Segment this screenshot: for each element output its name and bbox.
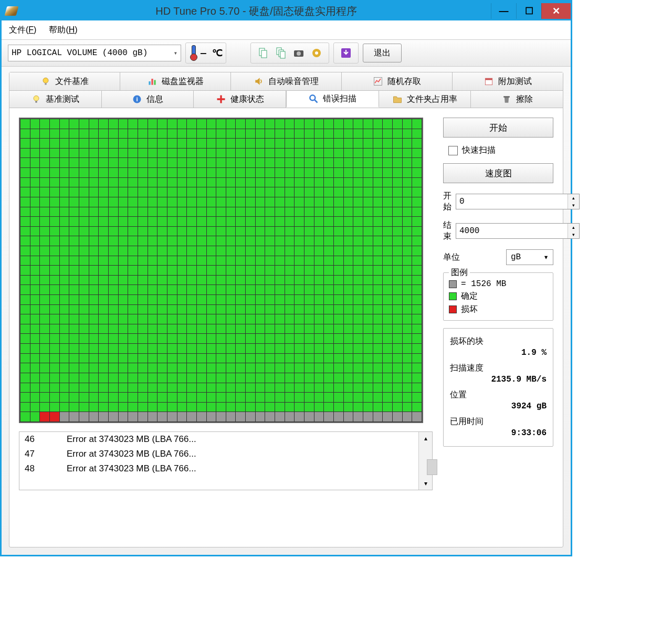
- bulb-icon: [40, 76, 51, 87]
- error-row[interactable]: 46Error at 3743023 MB (LBA 766...: [19, 432, 418, 447]
- folder-icon: [392, 94, 403, 104]
- bars-icon: [147, 76, 158, 87]
- start-range-field[interactable]: [456, 194, 568, 209]
- chevron-down-icon: ▾: [543, 252, 549, 262]
- tab-bulb[interactable]: 文件基准: [9, 72, 120, 90]
- speaker-icon: [254, 76, 264, 87]
- save-icon[interactable]: [337, 44, 355, 62]
- info-icon: i: [132, 94, 142, 104]
- legend-swatch-block: [449, 280, 457, 288]
- tab-search[interactable]: 错误扫描: [286, 90, 379, 108]
- tab-label: 健康状态: [230, 94, 264, 105]
- chart-icon: [373, 76, 383, 87]
- menu-help[interactable]: 帮助(H): [49, 25, 77, 36]
- unit-label: 单位: [443, 252, 466, 263]
- error-number: 48: [25, 463, 46, 474]
- chevron-down-icon: ▾: [174, 49, 177, 57]
- svg-point-6: [297, 51, 301, 56]
- scan-stats: 损坏的块 1.9 % 扫描速度 2135.9 MB/s 位置 3924 gB 已…: [443, 328, 553, 447]
- menu-file[interactable]: 文件(F): [9, 25, 36, 36]
- plus-icon: [216, 94, 226, 104]
- svg-rect-24: [503, 96, 510, 98]
- toolbar-actions: [250, 43, 329, 64]
- tab-label: 随机存取: [387, 76, 421, 87]
- client-area: 文件基准磁盘监视器自动噪音管理随机存取附加测试 基准测试i信息健康状态错误扫描文…: [2, 67, 571, 555]
- tab-label: 自动噪音管理: [268, 76, 319, 87]
- copy-all-icon[interactable]: [272, 44, 290, 62]
- svg-rect-13: [151, 79, 153, 85]
- error-number: 47: [25, 449, 46, 459]
- drive-select[interactable]: HP LOGICAL VOLUME (4000 gB) ▾: [8, 45, 181, 61]
- settings-icon[interactable]: [308, 44, 326, 62]
- unit-select[interactable]: gB ▾: [506, 249, 553, 265]
- end-range-input[interactable]: ▴▾: [456, 223, 580, 239]
- tab-label: 文件夹占用率: [407, 94, 457, 105]
- titlebar: HD Tune Pro 5.70 - 硬盘/固态硬盘实用程序 — ☐ ✕: [2, 2, 571, 20]
- calendar-icon: [484, 76, 494, 87]
- tab-calendar[interactable]: 附加测试: [453, 72, 563, 90]
- window-title: HD Tune Pro 5.70 - 硬盘/固态硬盘实用程序: [22, 4, 491, 18]
- svg-rect-1: [261, 50, 267, 58]
- tab-speaker[interactable]: 自动噪音管理: [231, 72, 342, 90]
- tab-bars[interactable]: 磁盘监视器: [120, 72, 231, 90]
- scan-speed-value: 2135.9 MB/s: [450, 374, 547, 387]
- error-row[interactable]: 47Error at 3743023 MB (LBA 766...: [19, 447, 418, 461]
- error-row[interactable]: 48Error at 3743023 MB (LBA 766...: [19, 461, 418, 476]
- tab-info[interactable]: i信息: [102, 90, 194, 108]
- position-label: 位置: [450, 389, 547, 400]
- tab-folder[interactable]: 文件夹占用率: [379, 90, 471, 108]
- tab-label: 信息: [146, 94, 163, 105]
- exit-button[interactable]: 退出: [363, 44, 402, 62]
- legend-box: 图例 = 1526 MB 确定 损坏: [443, 272, 553, 321]
- tab-plus[interactable]: 健康状态: [194, 90, 286, 108]
- elapsed-label: 已用时间: [450, 416, 547, 427]
- damaged-blocks-value: 1.9 %: [450, 347, 547, 361]
- error-number: 46: [25, 434, 46, 445]
- close-button[interactable]: ✕: [541, 3, 571, 19]
- svg-point-10: [43, 78, 48, 83]
- svg-rect-14: [154, 80, 155, 85]
- legend-block-size: = 1526 MB: [461, 279, 506, 289]
- unit-value: gB: [511, 252, 521, 262]
- error-message: Error at 3743023 MB (LBA 766...: [67, 463, 196, 474]
- app-window: HD Tune Pro 5.70 - 硬盘/固态硬盘实用程序 — ☐ ✕ 文件(…: [0, 0, 572, 556]
- screenshot-icon[interactable]: [290, 44, 308, 62]
- drive-label: HP LOGICAL VOLUME (4000 gB): [12, 48, 148, 58]
- scroll-down-icon[interactable]: ▾: [419, 477, 432, 490]
- tab-trash[interactable]: 擦除: [471, 90, 563, 108]
- damaged-blocks-label: 损坏的块: [450, 336, 547, 347]
- end-range-field[interactable]: [456, 224, 568, 238]
- tab-label: 错误扫描: [323, 93, 356, 104]
- quick-scan-label: 快速扫描: [462, 145, 496, 156]
- tab-label: 磁盘监视器: [162, 76, 204, 87]
- speedmap-button[interactable]: 速度图: [443, 163, 553, 183]
- start-range-input[interactable]: ▴▾: [456, 194, 580, 209]
- tab-label: 基准测试: [46, 94, 79, 105]
- svg-point-8: [315, 51, 318, 55]
- error-message: Error at 3743023 MB (LBA 766...: [67, 434, 196, 445]
- svg-line-23: [315, 100, 318, 103]
- tab-chart[interactable]: 随机存取: [342, 72, 453, 90]
- tab-bulb2[interactable]: 基准测试: [9, 90, 102, 108]
- menu-bar: 文件(F) 帮助(H): [2, 20, 571, 39]
- maximize-button[interactable]: ☐: [516, 3, 541, 19]
- trash-icon: [501, 94, 512, 104]
- scroll-up-icon[interactable]: ▴: [419, 432, 432, 445]
- minimize-button[interactable]: —: [491, 3, 516, 19]
- start-scan-button[interactable]: 开始: [443, 118, 553, 138]
- svg-rect-11: [45, 83, 46, 85]
- block-map: [19, 118, 423, 423]
- svg-rect-4: [280, 51, 285, 58]
- thermometer-icon: [189, 45, 197, 61]
- error-list-scrollbar[interactable]: ▴ ▾: [418, 432, 432, 490]
- toolbar: HP LOGICAL VOLUME (4000 gB) ▾ — ℃ 退出: [2, 39, 571, 67]
- elapsed-value: 9:33:06: [450, 427, 547, 441]
- temperature-display: — ℃: [185, 43, 226, 64]
- quick-scan-checkbox[interactable]: [448, 146, 458, 155]
- search-icon: [308, 93, 319, 104]
- start-range-label: 开始: [443, 191, 452, 213]
- error-list: 46Error at 3743023 MB (LBA 766...47Error…: [19, 431, 433, 490]
- copy-icon[interactable]: [254, 44, 272, 62]
- save-group: [333, 43, 359, 64]
- svg-text:i: i: [136, 96, 138, 102]
